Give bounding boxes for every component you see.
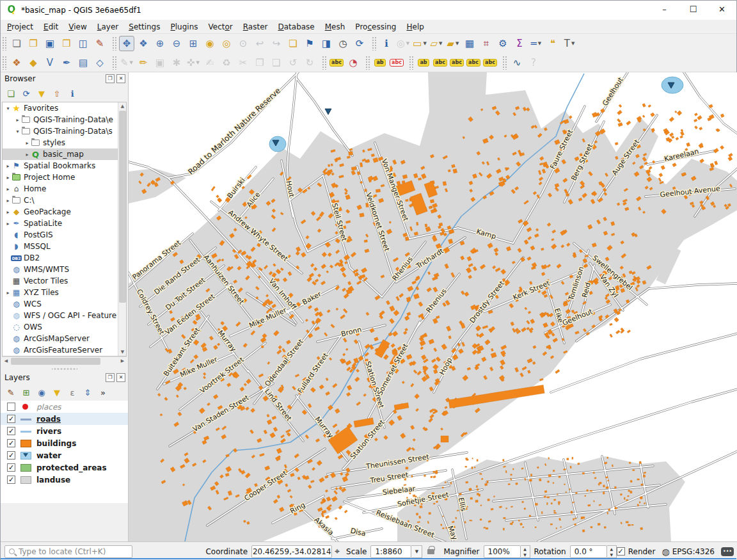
tree-expander-icon[interactable]: ▾	[14, 129, 21, 134]
menu-processing[interactable]: Processing	[350, 21, 401, 33]
filter-legend-icon[interactable]: ▼	[50, 385, 64, 399]
browser-item-arcgisfeatureserver[interactable]: ◍ArcGisFeatureServer	[3, 344, 119, 356]
rotation-spinbox[interactable]: 0.0 ° ▲▼	[570, 545, 617, 558]
layer-item-protected_areas[interactable]: ✓protected_areas	[1, 461, 128, 474]
browser-close-icon[interactable]: ✕	[116, 74, 125, 83]
toolbar-handle[interactable]	[365, 56, 370, 70]
scroll-down-arrow[interactable]: ▼	[118, 348, 127, 356]
menu-view[interactable]: View	[63, 21, 91, 33]
browser-item-project-home[interactable]: ▸Project Home	[3, 172, 119, 183]
scale-combobox[interactable]: 1:8860 ▼	[370, 545, 422, 558]
new-print-layout-icon[interactable]: ❒	[59, 36, 74, 51]
magnifier-spinbox[interactable]: 100% ▲▼	[484, 545, 530, 558]
layer-item-landuse[interactable]: ✓landuse	[1, 474, 128, 486]
add-selected-layers-icon[interactable]: ❏	[4, 86, 18, 100]
new-temporary-scratch-layer-icon[interactable]: ▤	[75, 55, 91, 70]
tree-expander-icon[interactable]: ▸	[4, 209, 12, 215]
identify-features-icon[interactable]: ℹ	[379, 36, 394, 51]
magnifier-spin-arrows[interactable]: ▲▼	[521, 545, 530, 558]
tree-expander-icon[interactable]: ▸	[4, 198, 12, 204]
layer-item-rivers[interactable]: ✓rivers	[1, 425, 128, 437]
rotation-spin-arrows[interactable]: ▲▼	[607, 545, 617, 558]
toolbar-handle[interactable]	[112, 56, 117, 70]
pan-map-icon[interactable]: ✥	[119, 36, 134, 51]
maximize-button[interactable]: ☐	[679, 1, 708, 20]
new-spatial-bookmark-icon[interactable]: ❏	[285, 36, 301, 51]
layer-visibility-checkbox[interactable]: ✓	[7, 427, 15, 435]
filter-browser-icon[interactable]: ▼	[35, 86, 49, 100]
tree-expander-icon[interactable]: ▸	[4, 175, 12, 180]
zoom-to-selection-icon[interactable]: ◉	[202, 36, 218, 51]
measure-line-icon[interactable]: ═▼	[528, 36, 544, 51]
minimize-button[interactable]: –	[650, 1, 679, 20]
browser-item-favorites[interactable]: ▾★Favorites	[3, 102, 119, 114]
toolbar-handle[interactable]	[409, 56, 414, 70]
new-project-icon[interactable]: ❏	[9, 36, 24, 51]
zoom-in-icon[interactable]: ⊕	[152, 36, 168, 51]
manage-map-themes-icon[interactable]: ◉	[35, 385, 49, 399]
browser-item-xyz-tiles[interactable]: ▸▦XYZ Tiles	[3, 287, 119, 298]
expand-collapse-all-icon[interactable]: ⇕	[81, 385, 95, 399]
messages-icon[interactable]: •••	[721, 547, 734, 556]
zoom-out-icon[interactable]: ⊖	[169, 36, 184, 51]
browser-item-wfs-ogc-api-feature[interactable]: ◍WFS / OGC API - Feature	[3, 310, 119, 321]
deselect-features-icon[interactable]: ▱▼	[429, 36, 444, 51]
layer-visibility-checkbox[interactable]: ✓	[7, 415, 15, 423]
layer-visibility-checkbox[interactable]: ✓	[7, 439, 15, 447]
browser-horizontal-scrollbar[interactable]: ◀ ▶	[2, 356, 127, 365]
rotate-label-icon[interactable]: abc	[466, 55, 481, 70]
render-checkbox[interactable]: ✓	[617, 547, 625, 556]
browser-item-styles[interactable]: ▸styles	[3, 137, 119, 148]
browser-item-wcs[interactable]: ◍WCS	[3, 298, 119, 310]
refresh-browser-icon[interactable]: ⟳	[19, 86, 33, 100]
add-group-icon[interactable]: ⊞	[19, 385, 33, 399]
toolbar-handle[interactable]	[2, 36, 7, 51]
filter-by-expression-icon[interactable]: ε	[65, 385, 79, 399]
scroll-up-arrow[interactable]: ▲	[118, 102, 127, 110]
zoom-to-layer-icon[interactable]: ◎	[219, 36, 234, 51]
panel-splitter[interactable]	[52, 365, 77, 371]
browser-scroll-thumb[interactable]	[119, 111, 126, 303]
pan-to-selection-icon[interactable]: ❖	[136, 36, 151, 51]
field-calculator-icon[interactable]: ⌗	[479, 36, 494, 51]
save-project-icon[interactable]: ▣	[42, 36, 58, 51]
layer-item-water[interactable]: ✓water	[1, 449, 128, 461]
tree-expander-icon[interactable]: ▸	[4, 186, 12, 192]
browser-item-mssql[interactable]: ◗MSSQL	[3, 241, 119, 252]
menu-settings[interactable]: Settings	[123, 21, 165, 33]
collapse-all-icon[interactable]: ⇧	[50, 86, 64, 100]
statistics-panel-icon[interactable]: Σ	[512, 36, 527, 51]
map-canvas[interactable]: Road to Marloth Nature ReserveGeelhoutKa…	[129, 72, 737, 541]
browser-item-spatial-bookmarks[interactable]: ▸⚑Spatial Bookmarks	[3, 160, 119, 172]
overflow-icon[interactable]: »	[96, 385, 110, 399]
menu-vector[interactable]: Vector	[203, 21, 238, 33]
browser-float-icon[interactable]: ❐	[106, 74, 115, 83]
toolbar-handle[interactable]	[372, 36, 377, 51]
menu-database[interactable]: Database	[273, 21, 319, 33]
new-shapefile-layer-icon[interactable]: V	[42, 55, 58, 70]
layer-item-places[interactable]: places	[1, 401, 128, 413]
scale-dropdown-icon[interactable]: ▼	[411, 545, 422, 558]
crs-value[interactable]: EPSG:4326	[672, 547, 715, 556]
show-bookmark-manager-icon[interactable]: ◨	[319, 36, 334, 51]
layer-visibility-checkbox[interactable]: ✓	[7, 463, 15, 472]
layer-visibility-checkbox[interactable]: ✓	[7, 451, 15, 460]
zoom-full-icon[interactable]: ⊞	[186, 36, 201, 51]
tree-expander-icon[interactable]: ▸	[24, 140, 31, 146]
pin-labels-icon[interactable]: ab	[372, 55, 388, 70]
open-data-source-manager-icon[interactable]: ❖	[9, 55, 24, 70]
tree-expander-icon[interactable]: ▸	[14, 117, 21, 123]
layer-diagram-icon[interactable]: ◔	[345, 55, 361, 70]
tree-expander-icon[interactable]: ▸	[4, 290, 12, 296]
new-spatialite-layer-icon[interactable]: ✒	[59, 55, 74, 70]
map-tips-icon[interactable]: ❝	[545, 36, 560, 51]
close-button[interactable]: ✕	[708, 1, 736, 20]
show-hide-labels-icon[interactable]: abc	[432, 55, 448, 70]
style-manager-icon[interactable]: ✎	[92, 36, 107, 51]
layer-visibility-checkbox[interactable]	[7, 403, 15, 411]
copy-label-icon[interactable]: abc	[449, 55, 464, 70]
browser-item-c-[interactable]: ▸C:\	[3, 195, 119, 206]
coordinate-field[interactable]: 20.46259,-34.02814	[251, 545, 332, 558]
scroll-left-arrow[interactable]: ◀	[2, 357, 10, 365]
extents-toggle-icon[interactable]: ⌖	[335, 546, 340, 557]
